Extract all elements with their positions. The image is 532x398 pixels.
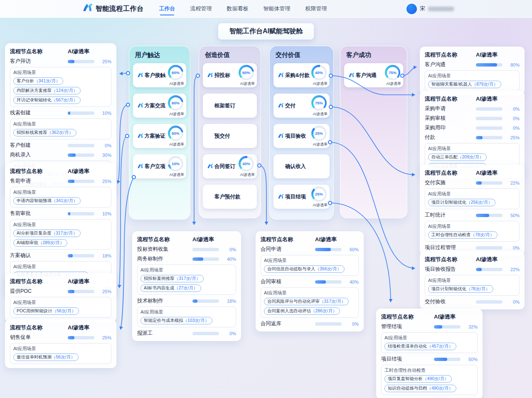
- penetration-value: 10%: [96, 111, 111, 116]
- scenario-tag-count: （124次/月）: [52, 88, 77, 94]
- gauge-label: AI渗透率: [313, 81, 328, 87]
- penetration-bar: [476, 268, 502, 271]
- penetration-value: 32%: [463, 324, 478, 329]
- process-node-name: 合同审核: [261, 278, 313, 285]
- scenario-tag-count: （103次/月）: [183, 318, 209, 324]
- penetration-value: 50%: [505, 213, 520, 218]
- gauge-label: AI渗透率: [240, 172, 255, 178]
- nav-tab[interactable]: 数据看板: [226, 0, 250, 18]
- page-title: 智能工作台AI赋能驾驶舱: [229, 27, 303, 35]
- ai-scenario-box: AI应用场景 AI分析项目复杂度（317次/月）AI辅助审批（289次/月）: [10, 219, 111, 250]
- scenario-tag: AI辅助审批（289次/月）: [13, 239, 67, 247]
- penetration-value: 10%: [96, 211, 111, 216]
- process-node-name: 交付验收: [425, 298, 474, 305]
- penetration-value: 25%: [96, 289, 111, 294]
- penetration-bar-fill: [434, 358, 447, 361]
- penetration-bar: [476, 246, 502, 250]
- ai-logo-icon: [207, 163, 213, 170]
- gauge-value: 60%: [170, 67, 182, 79]
- gauge-value: 25%: [313, 128, 325, 139]
- scenario-tag-count: （78次/月）: [466, 286, 490, 292]
- flow-node-card[interactable]: 客户接触 60% AI渗透率: [133, 63, 186, 87]
- scenario-tag-text: 智能聊天客服/机器人: [431, 82, 472, 87]
- scenario-tag: POC用例智能设计（56次/月）: [13, 307, 79, 315]
- gauge-value: 40%: [241, 158, 252, 170]
- penetration-bar: [68, 60, 94, 63]
- flow-node-card[interactable]: 预交付: [203, 124, 257, 148]
- scenario-tag-count: （356次/月）: [315, 266, 341, 272]
- process-node-name: 采购用印: [425, 124, 474, 131]
- flow-node-card[interactable]: 客户立项 10% AI渗透率: [133, 154, 186, 178]
- scenario-tags: 项目计划智能优化（256次/月）: [428, 199, 516, 206]
- gauge-label: AI渗透率: [169, 111, 184, 117]
- scenario-tag: 合同风险评分与自动化评审（317次/月）: [264, 298, 349, 305]
- penetration-bar: [434, 325, 461, 329]
- process-node-name: 技术标制作: [137, 297, 190, 304]
- detail-card: 流程节点名称 AI渗透率 合同申请60% AI应用场景 合同信息自动提取与录入（…: [256, 231, 364, 331]
- flow-node-card[interactable]: 合同签订 40% AI渗透率: [203, 154, 257, 178]
- scenario-tag-text: 项目计划智能优化: [431, 286, 466, 292]
- nav-tab[interactable]: 智能体管理: [262, 0, 292, 18]
- process-node-name: 项目过程管理: [425, 244, 474, 251]
- column-header-node-name: 流程节点名称: [137, 236, 190, 243]
- scenario-tag: AI标书内容生成（27次/月）: [140, 284, 201, 292]
- nav-tab[interactable]: 流程管理: [189, 0, 213, 18]
- scenario-box-label: AI应用场景: [428, 73, 516, 79]
- column-header-node-name: 流程节点名称: [425, 95, 474, 103]
- scenario-tag-count: （317次/月）: [51, 230, 77, 236]
- scenario-box-label: AI应用场景: [428, 191, 516, 197]
- stage-title: 交付价值: [270, 46, 333, 63]
- gauge-value: 60%: [241, 67, 252, 79]
- nav-tab[interactable]: 工作台: [158, 0, 177, 18]
- column-header-node-name: 流程节点名称: [261, 236, 313, 243]
- scenario-tag: 项目计划智能优化（256次/月）: [428, 199, 495, 206]
- flow-node-card[interactable]: 方案交流 60% AI渗透率: [133, 94, 186, 118]
- scenario-box-label: AI应用场景: [13, 299, 108, 306]
- column-header-node-name: 流程节点名称: [425, 169, 474, 177]
- penetration-bar-fill: [68, 290, 74, 293]
- detail-card: 流程节点名称 AI渗透率 管理结项32% AI应用场景 结项检查清单自动化（45…: [376, 309, 483, 398]
- flow-node-name: 客户接触: [145, 63, 165, 87]
- scenario-tag-count: （341次/月）: [52, 198, 77, 204]
- penetration-value: 25%: [505, 135, 520, 140]
- flow-node-card[interactable]: 确认收入: [273, 154, 330, 178]
- gauge-label: AI渗透率: [313, 142, 328, 147]
- ai-penetration-gauge: 60%: [168, 95, 183, 111]
- ai-logo-icon: [278, 103, 284, 109]
- flow-node-card[interactable]: 交付 75% AI渗透率: [273, 94, 330, 118]
- column-header-ai-rate: AI渗透率: [476, 95, 520, 103]
- flow-node-card[interactable]: 项目验收 25% AI渗透率: [273, 124, 330, 148]
- scenario-tags: AI分析项目复杂度（317次/月）AI辅助审批（289次/月）: [13, 230, 108, 247]
- ai-scenario-box: 工时合理性自动检查 项目复盘智能分析（490次/月）知识自动提炼与归档（490次…: [381, 365, 478, 395]
- scenario-tag-text: POC用例智能设计: [17, 308, 52, 314]
- flow-node-card[interactable]: 客户预付款: [203, 185, 257, 209]
- connector-solution-exchange: [118, 105, 128, 183]
- penetration-bar-fill: [476, 63, 497, 67]
- penetration-bar: [476, 181, 502, 185]
- user-menu[interactable]: 宋: [406, 4, 454, 14]
- ai-logo-icon: [207, 72, 213, 79]
- flow-node-card[interactable]: 项目结项 25% AI渗透率: [273, 185, 330, 209]
- flow-node-name: 客户立项: [145, 154, 165, 178]
- nav-tab[interactable]: 权限管理: [304, 0, 328, 18]
- penetration-value: 0%: [505, 126, 520, 131]
- column-header-ai-rate: AI渗透率: [68, 48, 111, 55]
- ai-scenario-box: AI应用场景 招投标线索推荐（362次/月）: [10, 119, 111, 139]
- avatar: [406, 4, 417, 14]
- scenario-tag-text: AI标书内容生成: [144, 285, 174, 291]
- flow-node-card[interactable]: 客户沟通 75% AI渗透率: [344, 63, 403, 87]
- flow-node-card[interactable]: 方案验证 60% AI渗透率: [133, 124, 186, 148]
- flow-node-card[interactable]: 采购&付款 40% AI渗透率: [273, 63, 330, 87]
- penetration-bar: [68, 254, 94, 257]
- ai-logo-icon: [137, 133, 143, 139]
- scenario-box-label: AI应用场景: [13, 69, 108, 76]
- scenario-box-label: AI应用场景: [264, 290, 355, 296]
- penetration-bar-fill: [434, 325, 442, 329]
- scenario-tags: 结项检查清单自动化（457次/月）: [384, 343, 474, 350]
- penetration-bar: [315, 280, 342, 284]
- stage-panel: 交付价值 采购&付款 40%: [269, 46, 334, 220]
- penetration-bar-fill: [476, 181, 482, 185]
- flow-node-card[interactable]: 招投标 60% AI渗透率: [203, 63, 257, 87]
- redacted-username: [428, 7, 454, 11]
- flow-node-card[interactable]: 框架签订: [203, 94, 257, 118]
